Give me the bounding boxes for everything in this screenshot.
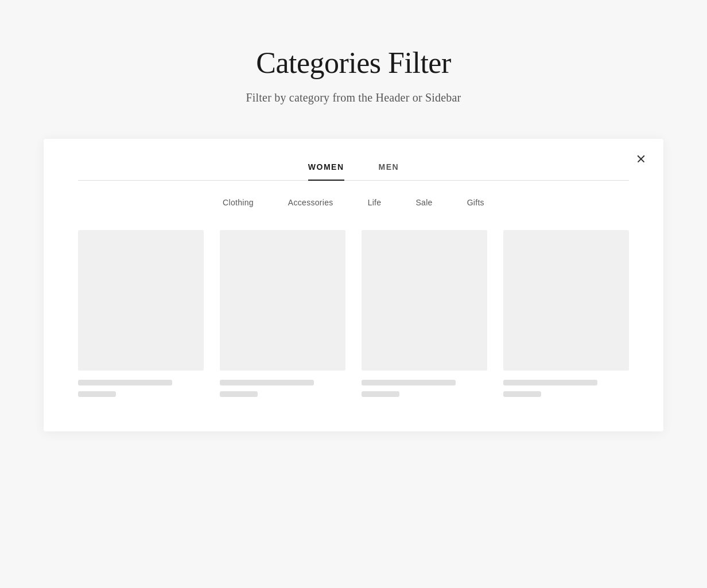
product-card xyxy=(220,230,345,397)
product-card xyxy=(78,230,204,397)
product-title-skeleton xyxy=(503,380,597,385)
category-accessories[interactable]: Accessories xyxy=(288,198,333,207)
tab-men[interactable]: MEN xyxy=(379,162,399,181)
category-gifts[interactable]: Gifts xyxy=(467,198,484,207)
products-grid xyxy=(78,230,629,397)
page-subtitle: Filter by category from the Header or Si… xyxy=(246,91,461,104)
modal-container: WOMEN MEN Clothing Accessories Life Sale… xyxy=(44,139,663,431)
page-header: Categories Filter Filter by category fro… xyxy=(246,0,461,139)
tabs-row: WOMEN MEN xyxy=(78,162,629,181)
page-title: Categories Filter xyxy=(246,46,461,80)
product-title-skeleton xyxy=(362,380,456,385)
product-image xyxy=(78,230,204,371)
category-nav: Clothing Accessories Life Sale Gifts xyxy=(78,198,629,207)
product-image xyxy=(503,230,629,371)
product-price-skeleton xyxy=(220,391,258,397)
product-price-skeleton xyxy=(503,391,541,397)
category-life[interactable]: Life xyxy=(368,198,382,207)
category-sale[interactable]: Sale xyxy=(415,198,432,207)
tab-women[interactable]: WOMEN xyxy=(308,162,344,181)
product-image xyxy=(362,230,487,371)
category-clothing[interactable]: Clothing xyxy=(223,198,254,207)
product-price-skeleton xyxy=(362,391,399,397)
product-title-skeleton xyxy=(220,380,314,385)
product-price-skeleton xyxy=(78,391,116,397)
product-title-skeleton xyxy=(78,380,172,385)
close-button[interactable] xyxy=(632,150,650,168)
product-card xyxy=(503,230,629,397)
product-image xyxy=(220,230,345,371)
product-card xyxy=(362,230,487,397)
